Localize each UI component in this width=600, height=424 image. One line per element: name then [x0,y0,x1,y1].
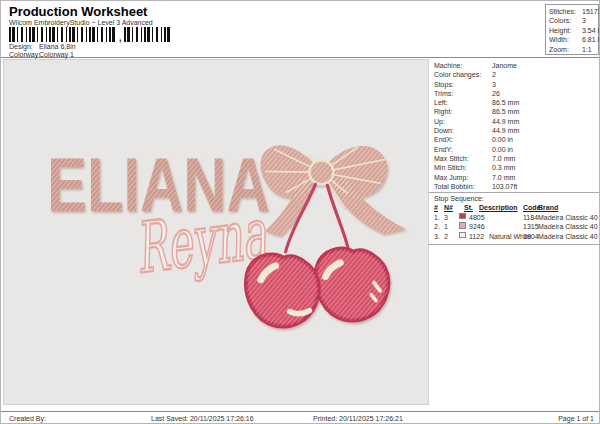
info-max-jump: Max Jump:7.0 mm [434,173,598,182]
page-title: Production Worksheet [9,4,147,19]
stop-sequence-title: Stop Sequence: [434,194,600,203]
stat-zoom: Zoom:1:1 [549,45,598,54]
info-max-stitch: Max Stitch:7.0 mm [434,154,598,163]
thread-color-swatch [459,232,466,239]
info-left: Left:86.5 mm [434,98,598,107]
stop-sequence-row: 1. 3 4805 1184 Madeira Classic 40 [434,213,600,223]
stat-stitches: Stitches:15173 [549,7,598,16]
header: Production Worksheet Wilcom EmbroiderySt… [1,1,599,58]
info-machine: Machine:Janome [434,61,598,70]
thread-color-swatch [459,222,466,229]
bow-graphic [261,145,406,236]
cherries-graphic [246,249,388,327]
info-min-stitch: Min Stitch:0.3 mm [434,163,598,172]
barcode-separator: , [119,34,122,42]
info-stops: Stops:3 [434,80,598,89]
barcode-group-2 [124,27,171,42]
embroidery-design: ELIANA ELIANA Reyna [4,60,428,404]
colorway-row: Colorway: Colorway 1 [9,51,40,58]
stop-sequence-row: 3. 2 1122 Natural White 1004 Madeira Cla… [434,232,600,242]
stop-sequence-row: 2. 1 9246 1315 Madeira Classic 40 [434,222,600,232]
stat-width: Width:6.81 in [549,35,598,44]
stop-sequence-header-row: # N# St. Description Code Brand [434,203,600,213]
details-panel: Machine:Janome Color changes:2 Stops:3 T… [429,59,600,411]
footer: Created By: Last Saved: 20/11/2025 17:26… [1,411,599,424]
page-number: Page 1 of 1 [558,415,594,422]
design-name-row: Design: Eliana 6,8in [9,43,33,50]
info-right: Right:86.5 mm [434,107,598,116]
info-endy: EndY:0.00 in [434,145,598,154]
stat-colors: Colors:3 [549,16,598,25]
last-saved-timestamp: Last Saved: 20/11/2025 17:26:16 [151,415,254,422]
design-label: Design: [9,43,33,50]
info-color-changes: Color changes:2 [434,70,598,79]
design-value: Eliana 6,8in [39,43,76,50]
thread-color-swatch [459,213,466,220]
colorway-value: Colorway 1 [39,51,74,58]
info-total-bobbin: Total Bobbin:103.07ft [434,182,598,191]
design-canvas: ELIANA ELIANA Reyna [3,59,429,405]
barcode-icon: , [9,27,171,42]
machine-info-list: Machine:Janome Color changes:2 Stops:3 T… [434,61,598,191]
info-endx: EndX:0.00 in [434,135,598,144]
created-by-label: Created By: [9,415,46,422]
stat-height: Height:3.54 in [549,26,598,35]
info-up: Up:44.9 mm [434,117,598,126]
printed-timestamp: Printed: 20/11/2025 17:26:21 [313,415,403,422]
colorway-label: Colorway: [9,51,40,58]
stop-sequence-section: Stop Sequence: # N# St. Description Code… [429,192,600,245]
info-down: Down:44.9 mm [434,126,598,135]
barcode-group-1 [9,27,117,42]
app-subtitle: Wilcom EmbroideryStudio ~ Level 3 Advanc… [9,19,153,26]
info-trims: Trims:26 [434,89,598,98]
design-stats-box: Stitches:15173 Colors:3 Height:3.54 in W… [545,4,599,55]
production-worksheet-page: Production Worksheet Wilcom EmbroiderySt… [0,0,600,424]
